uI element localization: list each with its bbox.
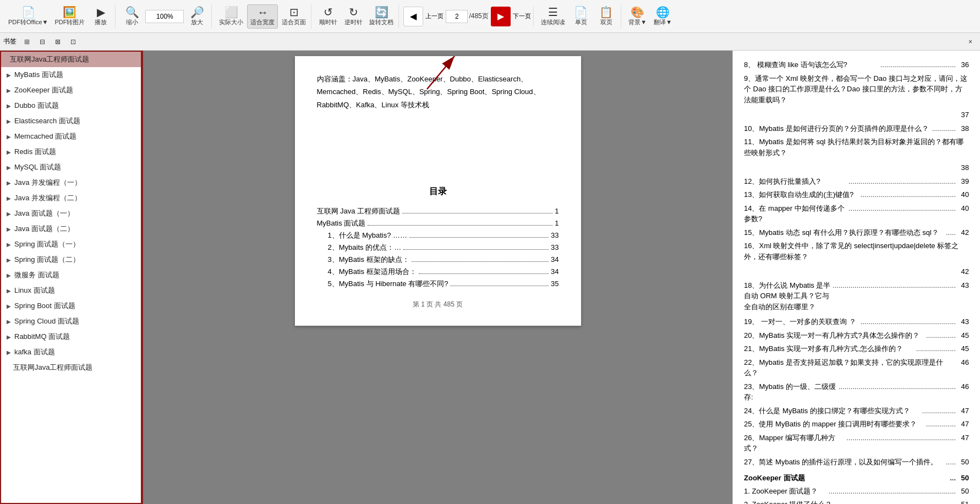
toolbar-group-fit: ⬜ 实际大小 ↔ 适合宽度 ⊡ 适合页面	[214, 4, 311, 29]
sidebar-label-2: Dubbo 面试题	[14, 101, 59, 111]
sidebar-item-microservice[interactable]: ▶ 微服务 面试题	[1, 267, 141, 283]
toolbar-group-nav: ◀ 上一页 /485页 ▶ 下一页	[401, 7, 533, 26]
right-toc-entry-13: 13、如何获取自动生成的(主)键值? .....................…	[744, 189, 969, 200]
sidebar-item-kafka[interactable]: ▶ kafka 面试题	[1, 344, 141, 360]
sidebar-label-5: Redis 面试题	[14, 147, 56, 157]
pdf-to-image-button[interactable]: 🖼️ PDF转图片	[52, 5, 87, 28]
sidebar-item-springcloud[interactable]: ▶ Spring Cloud 面试题	[1, 314, 141, 329]
next-page-button[interactable]: ▶	[491, 7, 511, 26]
main-layout: 互联网Java工程师面试题 ▶ MyBatis 面试题 ▶ ZooKeeper …	[0, 51, 980, 504]
zoom-in-icon: 🔎	[190, 7, 204, 18]
next-page-label: 下一页	[513, 12, 531, 20]
double-page-button[interactable]: 📋 双页	[594, 5, 618, 28]
toolbar-group-extras: 🎨 背景▼ 🌐 翻译▼	[623, 5, 677, 28]
sidebar-item-java-concurrency-2[interactable]: ▶ Java 并发编程（二）	[1, 190, 141, 206]
sidebar-items-list: 互联网Java工程师面试题 ▶ MyBatis 面试题 ▶ ZooKeeper …	[0, 51, 142, 504]
single-page-icon: 📄	[574, 7, 588, 18]
bookmark-check-btn[interactable]: ⊠	[51, 37, 65, 47]
sidebar-item-spring-2[interactable]: ▶ Spring 面试题（二）	[1, 252, 141, 267]
sidebar-main-title-label: 互联网Java工程师面试题	[10, 54, 89, 64]
right-toc-entry-21: 21、MyBatis 实现一对多有几种方式,怎么操作的？ ...........…	[744, 343, 969, 354]
toolbar-group-rotate: ↺ 顺时针 ↻ 逆时针 🔄 旋转文档	[314, 5, 399, 28]
page-number-input[interactable]	[446, 10, 468, 23]
fit-actual-button[interactable]: ⬜ 实际大小	[216, 5, 246, 28]
sidebar-item-zookeeper[interactable]: ▶ ZooKeeper 面试题	[1, 83, 141, 98]
sidebar-label-13: 微服务 面试题	[14, 270, 59, 280]
single-page-button[interactable]: 📄 单页	[569, 5, 593, 28]
sidebar-label-1: ZooKeeper 面试题	[14, 85, 73, 95]
sidebar-close-button[interactable]: ×	[964, 37, 977, 47]
bookmark-expand-btn[interactable]: ⊞	[20, 37, 34, 47]
sidebar-item-springboot[interactable]: ▶ Spring Boot 面试题	[1, 298, 141, 314]
fit-width-button[interactable]: ↔ 适合宽度	[247, 4, 278, 29]
clockwise-button[interactable]: ↻ 逆时针	[341, 5, 365, 28]
arrow-icon-8: ▶	[7, 195, 11, 201]
right-toc-entry-15: 15、Mybatis 动态 sql 有什么用？执行原理？有哪些动态 sql？ .…	[744, 227, 969, 238]
sidebar-item-spring-1[interactable]: ▶ Spring 面试题（一）	[1, 237, 141, 252]
arrow-icon-2: ▶	[7, 103, 11, 109]
sidebar-item-dubbo[interactable]: ▶ Dubbo 面试题	[1, 98, 141, 113]
page-input-wrap: /485页	[446, 10, 488, 23]
toolbar-group-view: ☰ 连续阅读 📄 单页 📋 双页	[536, 5, 621, 28]
sidebar-item-java-concurrency-1[interactable]: ▶ Java 并发编程（一）	[1, 175, 141, 190]
sidebar-item-java-interview-2[interactable]: ▶ Java 面试题（二）	[1, 221, 141, 237]
bookmark-label: 书签	[3, 37, 17, 46]
bookmark-collapse-btn[interactable]: ⊟	[35, 37, 50, 47]
sidebar-label-15: Spring Boot 面试题	[14, 301, 75, 311]
fit-page-icon: ⊡	[289, 7, 299, 18]
arrow-icon-15: ▶	[7, 303, 11, 309]
sidebar-item-java-interview-1[interactable]: ▶ Java 面试题（一）	[1, 206, 141, 221]
pdf-to-office-button[interactable]: 📄 PDF转Office▼	[6, 5, 51, 28]
background-button[interactable]: 🎨 背景▼	[626, 5, 650, 28]
page-total-label: /485页	[469, 12, 488, 21]
arrow-icon-0: ▶	[7, 72, 11, 78]
play-icon: ▶	[97, 7, 105, 18]
sidebar-item-main-title[interactable]: 互联网Java工程师面试题	[1, 52, 141, 67]
fit-width-icon: ↔	[257, 7, 268, 18]
right-toc-entry-12: 12、如何执行批量插入? ...........................…	[744, 176, 969, 187]
toolbar-group-zoom: 🔍 缩小 🔎 放大	[118, 5, 212, 28]
sidebar-item-elasticsearch[interactable]: ▶ Elasticsearch 面试题	[1, 113, 141, 129]
prev-page-button[interactable]: ◀	[403, 7, 423, 26]
toc-entry-sub4: 4、MyBatis 框架适用场合： 34	[317, 267, 559, 277]
sidebar-label-3: Elasticsearch 面试题	[14, 116, 80, 126]
zoom-out-icon: 🔍	[125, 7, 139, 18]
play-button[interactable]: ▶ 播放	[89, 5, 113, 28]
sidebar-item-memcached[interactable]: ▶ Memcached 面试题	[1, 129, 141, 144]
translate-icon: 🌐	[656, 7, 670, 18]
double-page-icon: 📋	[599, 7, 613, 18]
sidebar-item-linux[interactable]: ▶ Linux 面试题	[1, 283, 141, 298]
rotate-doc-icon: 🔄	[375, 7, 388, 18]
sidebar: 互联网Java工程师面试题 ▶ MyBatis 面试题 ▶ ZooKeeper …	[0, 51, 143, 504]
zoom-out-button[interactable]: 🔍 缩小	[120, 5, 144, 28]
sidebar-label-16: Spring Cloud 面试题	[14, 316, 79, 326]
sidebar-item-main-bottom[interactable]: 互联网Java工程师面试题	[1, 360, 141, 375]
continuous-read-button[interactable]: ☰ 连续阅读	[538, 5, 568, 28]
arrow-icon-6: ▶	[7, 165, 11, 171]
translate-button[interactable]: 🌐 翻译▼	[651, 5, 675, 28]
fit-actual-icon: ⬜	[225, 7, 238, 18]
sidebar-item-mybatis[interactable]: ▶ MyBatis 面试题	[1, 67, 141, 83]
arrow-icon-16: ▶	[7, 319, 11, 325]
arrow-icon-12: ▶	[7, 257, 11, 263]
sidebar-item-redis[interactable]: ▶ Redis 面试题	[1, 144, 141, 160]
right-toc-entry-19: 19、 一对一、一对多的关联查询 ？ .....................…	[744, 316, 969, 327]
fit-page-button[interactable]: ⊡ 适合页面	[279, 5, 309, 28]
counter-clockwise-button[interactable]: ↺ 顺时针	[316, 5, 340, 28]
arrow-icon-14: ▶	[7, 288, 11, 294]
arrow-icon-3: ▶	[7, 118, 11, 124]
right-toc-entry-14: 14、在 mapper 中如何传递多个参数? .................…	[744, 203, 969, 224]
zoom-in-button[interactable]: 🔎 放大	[185, 5, 209, 28]
right-toc-entry-9: 9、通常一个 Xml 映射文件，都会写一个 Dao 接口与之对应，请问，这个 D…	[744, 73, 969, 106]
sidebar-item-rabbitmq[interactable]: ▶ RabbitMQ 面试题	[1, 329, 141, 344]
rotate-doc-button[interactable]: 🔄 旋转文档	[366, 5, 396, 28]
bookmark-grid-btn[interactable]: ⊡	[66, 37, 80, 47]
sidebar-item-mysql[interactable]: ▶ MySQL 面试题	[1, 160, 141, 175]
background-icon: 🎨	[631, 7, 644, 18]
right-toc-entry-11: 11、Mybatis 是如何将 sql 执行结果封装为目标对象并返回的？都有哪些…	[744, 136, 969, 158]
zoom-input[interactable]	[145, 10, 184, 23]
sidebar-label-4: Memcached 面试题	[14, 132, 76, 141]
toolbar-group-pdf: 📄 PDF转Office▼ 🖼️ PDF转图片 ▶ 播放	[3, 5, 116, 28]
right-toc-entry-8: 8、 模糊查询 like 语句该怎么写? ...................…	[744, 59, 969, 70]
right-toc-entry-23: 23、Mybatis 的一级、二级缓存: ...................…	[744, 381, 969, 403]
